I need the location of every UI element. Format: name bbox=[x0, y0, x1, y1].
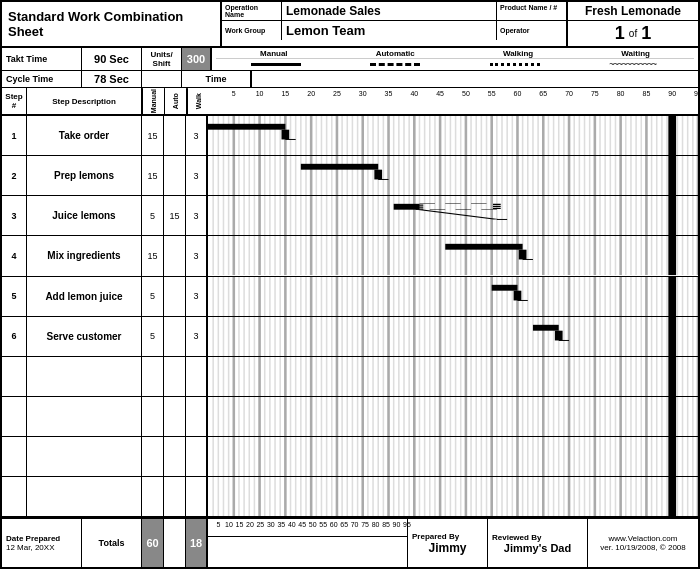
timeline-mark: 10 bbox=[250, 90, 270, 97]
timeline-mark: 5 bbox=[224, 90, 244, 97]
reviewed-by-label: Reviewed By bbox=[492, 533, 583, 542]
step-timeline bbox=[208, 116, 698, 155]
step-auto: 15 bbox=[164, 196, 186, 235]
timeline-mark: 95 bbox=[688, 90, 698, 97]
timeline-mark: 80 bbox=[611, 90, 631, 97]
legend-manual-line bbox=[251, 63, 301, 66]
timeline-mark: 75 bbox=[585, 90, 605, 97]
reviewed-by-value: Jimmy's Dad bbox=[492, 542, 583, 554]
data-row: 1Take order153 bbox=[2, 116, 698, 156]
product-name-value: Fresh Lemonade bbox=[568, 2, 698, 21]
version-date: ver. 10/19/2008, © 2008 bbox=[592, 543, 694, 552]
sheet-title: Standard Work Combination Sheet bbox=[2, 2, 222, 46]
step-manual: 5 bbox=[142, 277, 164, 316]
prepared-by-value: Jimmy bbox=[412, 541, 483, 555]
step-manual: 5 bbox=[142, 317, 164, 356]
timeline-mark: 60 bbox=[507, 90, 527, 97]
operation-name-label: Operation Name bbox=[225, 4, 278, 18]
total-manual: 60 bbox=[142, 519, 164, 567]
takt-row: Takt Time 90 Sec Units/ Shift 300 Manual… bbox=[2, 48, 698, 71]
step-manual: 15 bbox=[142, 236, 164, 275]
timeline-mark: 85 bbox=[636, 90, 656, 97]
legend-walking-label: Walking bbox=[503, 49, 533, 58]
footer: Date Prepared 12 Mar, 20XX Totals 60 18 … bbox=[2, 517, 698, 567]
total-auto bbox=[164, 519, 186, 567]
step-timeline bbox=[208, 236, 698, 275]
data-row: 6Serve customer53 bbox=[2, 317, 698, 357]
legend-manual-label: Manual bbox=[260, 49, 288, 58]
timeline-mark: 45 bbox=[430, 90, 450, 97]
step-auto bbox=[164, 317, 186, 356]
data-rows: 1Take order1532Prep lemons1533Juice lemo… bbox=[2, 116, 698, 517]
timeline-mark: 50 bbox=[456, 90, 476, 97]
footer-timeline-mark: 95 bbox=[397, 521, 417, 528]
totals-label: Totals bbox=[82, 519, 142, 567]
data-row bbox=[2, 397, 698, 437]
work-group-label: Work Group bbox=[225, 27, 265, 34]
timeline-mark: 55 bbox=[482, 90, 502, 97]
step-walk: 3 bbox=[186, 156, 208, 195]
step-walk: 3 bbox=[186, 116, 208, 155]
legend-walking-line bbox=[490, 63, 540, 66]
timeline-mark: 70 bbox=[559, 90, 579, 97]
step-timeline bbox=[208, 156, 698, 195]
step-desc: Take order bbox=[27, 116, 142, 155]
step-manual: 5 bbox=[142, 196, 164, 235]
takt-value: 90 Sec bbox=[82, 48, 142, 70]
step-auto bbox=[164, 156, 186, 195]
svg-rect-194 bbox=[301, 164, 378, 170]
svg-line-296 bbox=[419, 210, 496, 220]
step-manual: 15 bbox=[142, 116, 164, 155]
svg-rect-492 bbox=[492, 284, 518, 290]
operator-of: of bbox=[629, 28, 637, 39]
empty-timeline bbox=[208, 357, 698, 396]
timeline-header: 5101520253035404550556065707580859095 bbox=[208, 88, 698, 114]
timeline-mark: 30 bbox=[353, 90, 373, 97]
legend-waiting-line: ~~~~~~~~~~~ bbox=[609, 59, 659, 69]
timeline-mark: 40 bbox=[404, 90, 424, 97]
step-desc: Juice lemons bbox=[27, 196, 142, 235]
version-url: www.Velaction.com bbox=[592, 534, 694, 543]
step-number: 3 bbox=[2, 196, 27, 235]
total-walk: 18 bbox=[186, 519, 208, 567]
prepared-by-label: Prepared By bbox=[412, 532, 483, 541]
step-desc: Serve customer bbox=[27, 317, 142, 356]
step-timeline bbox=[208, 317, 698, 356]
timeline-mark: 20 bbox=[301, 90, 321, 97]
step-walk: 3 bbox=[186, 196, 208, 235]
cycle-label: Cycle Time bbox=[2, 71, 82, 87]
time-label: Time bbox=[182, 71, 252, 87]
step-manual: 15 bbox=[142, 156, 164, 195]
data-row: 5Add lemon juice53 bbox=[2, 277, 698, 317]
date-value: 12 Mar, 20XX bbox=[6, 543, 77, 552]
step-number: 6 bbox=[2, 317, 27, 356]
step-number: 1 bbox=[2, 116, 27, 155]
data-row: 4Mix ingredients153 bbox=[2, 236, 698, 276]
col-manual: Manual bbox=[142, 88, 164, 114]
units-shift-value: 300 bbox=[182, 48, 212, 70]
operator-label: Operator bbox=[500, 27, 530, 34]
svg-rect-95 bbox=[208, 124, 285, 130]
empty-timeline bbox=[208, 397, 698, 436]
cycle-value: 78 Sec bbox=[82, 71, 142, 87]
product-name-label: Product Name / # bbox=[500, 4, 563, 11]
step-number: 5 bbox=[2, 277, 27, 316]
step-walk: 3 bbox=[186, 277, 208, 316]
col-desc: Step Description bbox=[27, 88, 142, 114]
operator-num: 1 bbox=[615, 23, 625, 44]
takt-label: Takt Time bbox=[2, 48, 82, 70]
empty-timeline bbox=[208, 437, 698, 476]
step-walk: 3 bbox=[186, 236, 208, 275]
date-label: Date Prepared bbox=[6, 534, 77, 543]
operator-total: 1 bbox=[641, 23, 651, 44]
timeline-mark: 90 bbox=[662, 90, 682, 97]
col-auto: Auto bbox=[164, 88, 186, 114]
data-row bbox=[2, 357, 698, 397]
step-desc: Prep lemons bbox=[27, 156, 142, 195]
data-row: 2Prep lemons153 bbox=[2, 156, 698, 196]
legend-auto-label: Automatic bbox=[376, 49, 415, 58]
timeline-mark: 25 bbox=[327, 90, 347, 97]
data-row: 3Juice lemons5153 bbox=[2, 196, 698, 236]
legend-auto-line bbox=[370, 63, 420, 66]
column-headers: Step # Step Description Manual Auto Walk… bbox=[2, 88, 698, 116]
